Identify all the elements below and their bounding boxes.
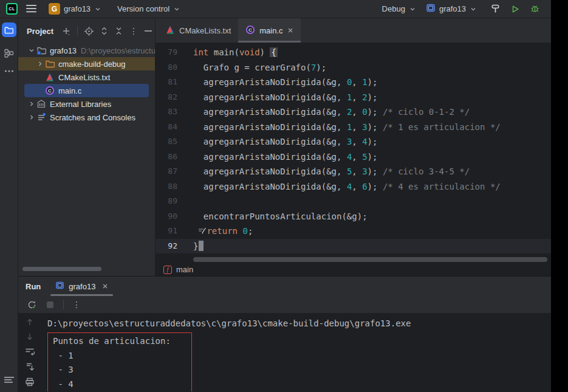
- structure-tool-window-button[interactable]: [4, 48, 14, 58]
- console-toolbar: [18, 313, 41, 391]
- c-file-icon: C: [45, 86, 55, 95]
- debug-mode-label: Debug: [382, 4, 405, 13]
- run-options-button[interactable]: ⋮: [72, 300, 81, 309]
- line-number: 90: [156, 209, 193, 224]
- ellipsis-icon: [4, 69, 14, 73]
- code-line-85[interactable]: 85 agregarAristaNoDirigida(&g, 3, 4);: [156, 134, 551, 150]
- code-text: encontrarPuntosArticulacion(&g);: [193, 209, 551, 224]
- code-line-90[interactable]: 90 encontrarPuntosArticulacion(&g);: [156, 209, 551, 224]
- line-number: 89: [156, 194, 193, 209]
- build-button[interactable]: [490, 4, 501, 14]
- line-number: 83: [156, 105, 193, 120]
- line-number: 79: [156, 45, 193, 60]
- debug-mode-selector[interactable]: Debug: [382, 4, 416, 13]
- code-text: agregarAristaNoDirigida(&g, 1, 2);: [193, 90, 551, 105]
- chevron-right-icon[interactable]: [27, 100, 36, 108]
- console-path-line: D:\proyectos\estructuraddedatos\c\grafo1…: [47, 317, 551, 331]
- up-arrow-button[interactable]: [26, 318, 34, 326]
- console-output-line: - 3: [53, 363, 191, 377]
- scroll-to-end-button[interactable]: [26, 362, 35, 371]
- breadcrumb-item-main[interactable]: main: [176, 265, 193, 274]
- tree-item-main-c[interactable]: Cmain.c: [24, 84, 149, 97]
- tab-label: CMakeLists.txt: [179, 26, 231, 35]
- chevron-right-icon[interactable]: [35, 60, 45, 67]
- tree-item-cmakelists-txt[interactable]: CMakeLists.txt: [18, 70, 155, 84]
- stop-button[interactable]: [46, 300, 55, 309]
- code-editor[interactable]: 79int main(void) {80 Grafo g = crearGraf…: [156, 43, 551, 256]
- structure-icon: [4, 48, 14, 58]
- code-text: agregarAristaNoDirigida(&g, 0, 1);: [193, 75, 551, 90]
- expand-all-button[interactable]: [100, 27, 108, 35]
- code-line-86[interactable]: 86 agregarAristaNoDirigida(&g, 4, 5);: [156, 150, 551, 165]
- scrollbar-thumb[interactable]: [193, 257, 547, 262]
- line-number: 91: [156, 224, 193, 239]
- run-tool-window: Run grafo13: [18, 276, 551, 391]
- close-icon[interactable]: [102, 283, 108, 289]
- run-configuration-selector[interactable]: grafo13: [426, 3, 477, 15]
- editor-caret: [199, 241, 204, 251]
- function-icon: f: [163, 266, 172, 274]
- down-arrow-button[interactable]: [26, 332, 34, 341]
- project-tree-hscrollbar[interactable]: [22, 267, 101, 271]
- tree-item-label: Scratches and Consoles: [50, 113, 135, 122]
- rerun-button[interactable]: [27, 300, 37, 310]
- run-toolbar: ⋮: [18, 296, 551, 313]
- console: D:\proyectos\estructuraddedatos\c\grafo1…: [18, 313, 551, 391]
- code-line-88[interactable]: 88 agregarAristaNoDirigida(&g, 4, 6); /*…: [156, 179, 551, 194]
- editor-area: CMakeLists.txtCmain.c 79int main(void) {…: [156, 18, 551, 276]
- run-panel-header: Run grafo13: [18, 277, 551, 296]
- editor-tab-cmakelists-txt[interactable]: CMakeLists.txt: [158, 18, 238, 43]
- run-button[interactable]: [510, 4, 520, 14]
- close-icon[interactable]: [287, 27, 293, 33]
- soft-wrap-button[interactable]: [25, 347, 35, 356]
- code-text: int main(void) {: [193, 45, 551, 60]
- collapse-all-button[interactable]: [115, 27, 123, 35]
- tree-item-path: D:\proyectos\estructu: [81, 46, 155, 55]
- code-text: return 0;: [193, 224, 551, 239]
- project-tool-window-button[interactable]: [2, 22, 16, 37]
- add-button[interactable]: [62, 27, 70, 35]
- cmake-icon: [165, 25, 175, 36]
- locate-file-button[interactable]: [84, 27, 94, 36]
- code-text: agregarAristaNoDirigida(&g, 3, 4);: [193, 134, 551, 150]
- code-line-87[interactable]: 87 agregarAristaNoDirigida(&g, 5, 3); /*…: [156, 164, 551, 179]
- tree-item-scratches-and-consoles[interactable]: Scratches and Consoles: [18, 111, 155, 124]
- code-line-83[interactable]: 83 agregarAristaNoDirigida(&g, 2, 0); /*…: [156, 105, 551, 120]
- code-line-82[interactable]: 82 agregarAristaNoDirigida(&g, 1, 2);: [156, 90, 551, 105]
- console-output[interactable]: D:\proyectos\estructuraddedatos\c\grafo1…: [41, 313, 551, 391]
- bottom-stripe-menu-button[interactable]: [4, 377, 14, 385]
- code-line-79[interactable]: 79int main(void) {: [156, 45, 551, 60]
- code-line-89[interactable]: 89: [156, 194, 551, 209]
- breadcrumb: f main: [156, 263, 551, 276]
- tree-item-external-libraries[interactable]: External Libraries: [18, 97, 155, 111]
- project-widget[interactable]: G grafo13: [49, 3, 101, 15]
- editor-tab-main-c[interactable]: Cmain.c: [238, 18, 300, 43]
- project-tree: grafo13D:\proyectos\estructucmake-build-…: [18, 44, 155, 124]
- code-line-81[interactable]: 81 agregarAristaNoDirigida(&g, 0, 1);: [156, 75, 551, 90]
- libraries-icon: [36, 99, 46, 109]
- lines-menu-icon: [4, 377, 14, 385]
- project-panel-options-button[interactable]: ⋮: [129, 27, 138, 35]
- code-line-91[interactable]: 91 return 0;: [156, 224, 551, 239]
- code-line-80[interactable]: 80 Grafo g = crearGrafo(7);: [156, 60, 551, 75]
- tree-item-cmake-build-debug[interactable]: cmake-build-debug: [18, 57, 155, 70]
- chevron-right-icon[interactable]: [27, 114, 36, 121]
- tree-item-grafo13[interactable]: grafo13D:\proyectos\estructu: [18, 44, 155, 57]
- tree-item-label: CMakeLists.txt: [58, 73, 110, 82]
- debug-button[interactable]: [530, 4, 540, 14]
- main-menu-button[interactable]: [26, 5, 36, 13]
- hide-panel-button[interactable]: [145, 30, 152, 32]
- screenshot-stage: CL G grafo13 Version control Debug: [0, 0, 568, 392]
- run-tab-grafo13[interactable]: grafo13: [53, 277, 111, 296]
- folder-icon: [4, 26, 13, 35]
- code-line-92[interactable]: 92}: [156, 239, 551, 254]
- editor-hscrollbar[interactable]: [156, 256, 551, 263]
- print-button[interactable]: [25, 377, 35, 387]
- project-name: grafo13: [64, 4, 91, 13]
- more-tool-windows-button[interactable]: [4, 69, 14, 73]
- code-line-84[interactable]: 84 agregarAristaNoDirigida(&g, 1, 3); /*…: [156, 120, 551, 135]
- line-number: 84: [156, 120, 193, 135]
- chevron-down-icon[interactable]: [27, 47, 36, 54]
- app-window-icon: [426, 3, 436, 15]
- vcs-widget[interactable]: Version control: [117, 4, 180, 13]
